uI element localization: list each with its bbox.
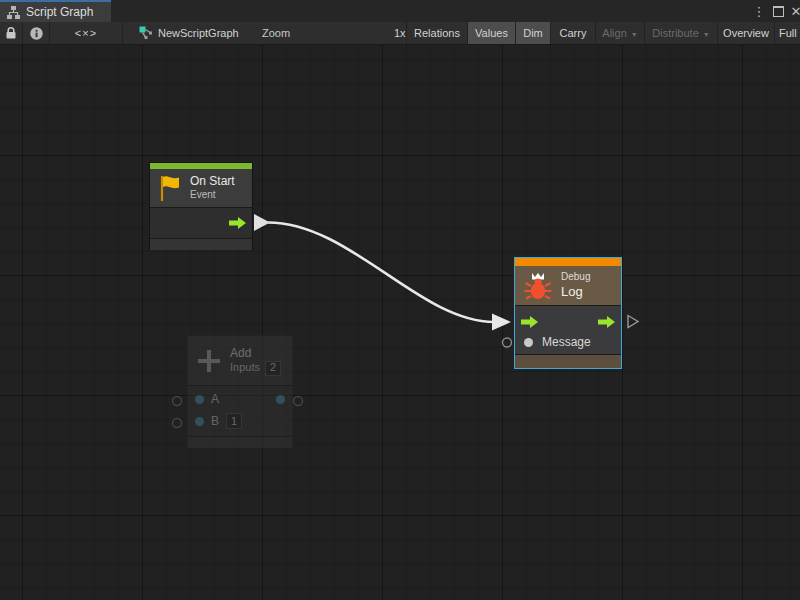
node-footer — [150, 238, 252, 250]
flag-icon — [158, 174, 182, 202]
port-label: A — [211, 392, 269, 406]
graph-canvas[interactable]: On Start Event Debug Log — [0, 45, 800, 600]
wire-source-arrow-icon — [254, 214, 270, 231]
wire-end-arrow-icon — [492, 314, 511, 331]
toolbar-button-carry[interactable]: Carry — [551, 22, 595, 44]
node-on-start[interactable]: On Start Event — [149, 162, 253, 250]
script-graph-icon — [7, 6, 20, 19]
unconnected-flow-out-triangle[interactable] — [628, 316, 638, 328]
connection-onstart-to-log[interactable] — [268, 223, 494, 323]
code-view-button[interactable]: <×> — [50, 22, 122, 44]
flow-output-port[interactable] — [229, 217, 246, 229]
lock-icon — [5, 26, 17, 40]
toolbar-button-dim[interactable]: Dim — [516, 22, 550, 44]
chevron-down-icon: ▼ — [703, 31, 710, 38]
inputs-label: Inputs — [230, 361, 260, 375]
toolbar-button-distribute[interactable]: Distribute ▼ — [645, 22, 717, 44]
port-label: Message — [542, 335, 591, 349]
maximize-icon — [773, 6, 784, 17]
graph-asset-icon — [138, 22, 154, 44]
wire-layer — [0, 45, 800, 600]
code-icon: <×> — [75, 27, 97, 39]
lock-button[interactable] — [0, 22, 22, 44]
close-icon: ✕ — [791, 4, 800, 19]
unconnected-port-circle-dim[interactable] — [294, 397, 303, 406]
unconnected-port-circle-dim[interactable] — [173, 397, 182, 406]
node-footer — [188, 436, 292, 448]
unconnected-port-circle[interactable] — [503, 338, 512, 347]
flow-input-port[interactable] — [521, 316, 538, 328]
window-titlebar: Script Graph ⋮ ✕ — [0, 0, 800, 22]
chevron-down-icon: ▼ — [631, 31, 638, 38]
port-b-value-field[interactable]: 1 — [226, 413, 242, 429]
flow-output-port[interactable] — [598, 316, 615, 328]
divider — [122, 22, 123, 44]
node-add[interactable]: Add Inputs 2 A B 1 — [187, 335, 293, 447]
toolbar-button-overview[interactable]: Overview — [718, 22, 774, 44]
toolbar-button-values[interactable]: Values — [468, 22, 515, 44]
inputs-count-field[interactable]: 2 — [265, 361, 281, 376]
node-footer — [515, 354, 621, 368]
node-title: Add — [230, 346, 284, 361]
tab-title: Script Graph — [26, 5, 93, 19]
zoom-label: Zoom — [262, 22, 290, 44]
info-icon — [30, 27, 43, 40]
node-category: Debug — [561, 271, 590, 284]
window-maximize-button[interactable] — [768, 0, 788, 22]
toolbar-button-fullscreen[interactable]: Full S — [775, 22, 800, 44]
plus-icon — [196, 348, 222, 374]
kebab-menu-icon: ⋮ — [753, 4, 766, 19]
port-label: B — [211, 414, 219, 428]
graph-name[interactable]: NewScriptGraph — [158, 22, 239, 44]
window-menu-button[interactable]: ⋮ — [749, 0, 769, 22]
info-button[interactable] — [23, 22, 49, 44]
zoom-value: 1x — [394, 22, 406, 44]
graph-toolbar: <×> NewScriptGraph Zoom 1x Relations Val… — [0, 22, 800, 45]
node-title: Log — [561, 284, 590, 300]
node-title: On Start — [190, 174, 235, 189]
node-subtitle: Event — [190, 189, 235, 202]
value-port-a[interactable] — [195, 395, 204, 404]
value-port-b[interactable] — [195, 417, 204, 426]
toolbar-button-align[interactable]: Align ▼ — [596, 22, 644, 44]
window-close-button[interactable]: ✕ — [786, 0, 800, 22]
tab-script-graph[interactable]: Script Graph — [0, 0, 111, 22]
value-output-port[interactable] — [276, 395, 285, 404]
toolbar-button-relations[interactable]: Relations — [407, 22, 467, 44]
bug-icon — [523, 271, 553, 301]
node-debug-log[interactable]: Debug Log Message — [514, 257, 622, 369]
unconnected-port-circle-dim[interactable] — [173, 419, 182, 428]
message-value-port[interactable] — [524, 338, 533, 347]
debug-accent-bar — [515, 258, 621, 266]
